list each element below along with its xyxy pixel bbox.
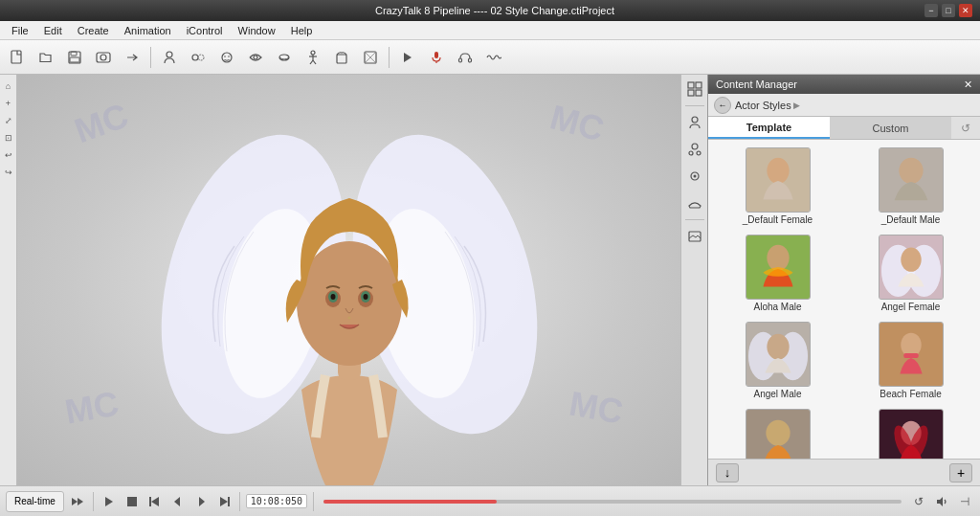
menu-help[interactable]: Help [283,23,321,38]
cm-label-angel-female: Angel Female [881,302,941,312]
bb-sep-3 [313,492,314,511]
add-object-button[interactable]: + [1,96,16,111]
svg-point-52 [767,158,789,184]
menu-icontrol[interactable]: iControl [179,23,231,38]
play-button[interactable] [100,492,119,511]
cm-bottom-bar: ↓ + [708,459,980,485]
svg-rect-25 [459,58,462,62]
redo-button[interactable]: ↪ [1,165,16,180]
menu-animation[interactable]: Animation [117,23,179,38]
stop-button[interactable] [122,492,142,511]
scene-view-button[interactable] [684,79,705,100]
back-icon: ← [719,101,727,110]
undo-button[interactable]: ↩ [1,147,16,163]
window-title: CrazyTalk 8 Pipeline ---- 02 Style Chang… [65,5,924,16]
window-controls: − □ ✕ [924,4,972,17]
headphone-button[interactable] [452,44,479,71]
cm-label-default-female: _Default Female [743,214,813,225]
cm-back-button[interactable]: ← [714,97,731,114]
face-button[interactable] [213,44,240,71]
cm-item-default-male[interactable]: _Default Male [847,146,974,227]
cm-item-aloha-male[interactable]: Aloha Male [714,233,841,314]
cm-path-arrow: ▶ [793,101,800,110]
cm-path: Actor Styles ▶ [735,100,800,111]
open-button[interactable] [33,44,59,71]
svg-point-69 [766,420,790,446]
timeline-bar[interactable] [323,500,902,504]
next-button[interactable] [214,492,234,511]
cm-item-angel-female[interactable]: Angel Female [847,233,974,314]
fx-button[interactable] [684,166,705,187]
character-svg [158,93,541,485]
cm-thumb-default-male [879,147,944,213]
cm-item-beach-female[interactable]: Beach Female [847,320,974,401]
cm-thumb-angel-female [879,235,944,300]
group-button[interactable] [684,139,705,160]
realtime-button[interactable]: Real-time [6,491,64,512]
timeline-progress [323,500,497,504]
home-button[interactable]: ⌂ [1,79,16,94]
image-plane-button[interactable] [684,226,705,247]
cm-download-button[interactable]: ↓ [716,463,739,482]
close-button[interactable]: ✕ [959,4,972,17]
cm-refresh-icon[interactable]: ↺ [961,122,970,135]
eye-button[interactable] [242,44,269,71]
svg-point-56 [767,245,789,271]
motion-button[interactable] [394,44,421,71]
cm-label-beach-female: Beach Female [880,389,941,399]
maximize-button[interactable]: □ [942,4,955,17]
tab-template[interactable]: Template [708,117,830,139]
content-manager: Content Manager ✕ ← Actor Styles ▶ Templ… [707,75,980,485]
save-button[interactable] [61,44,88,71]
screenshot-button[interactable] [90,44,117,71]
loop-button[interactable]: ↺ [909,492,928,511]
menu-edit[interactable]: Edit [36,23,70,38]
actor-button[interactable] [156,44,183,71]
cm-item-evil-female[interactable]: Evil Female [847,407,974,459]
step-fwd-button[interactable] [191,492,211,511]
mouth-button[interactable] [271,44,298,71]
svg-marker-85 [199,497,205,506]
bg-button[interactable] [357,44,384,71]
svg-rect-87 [228,497,230,506]
character [158,93,541,485]
svg-rect-67 [903,353,919,358]
content-manager-close-icon[interactable]: ✕ [964,79,972,91]
end-marker[interactable]: ⊣ [955,492,974,511]
minimize-button[interactable]: − [924,4,938,17]
morph-button[interactable] [185,44,212,71]
cm-thumb-beach-female [879,322,944,387]
cloth-button[interactable] [328,44,355,71]
cm-item-default-female[interactable]: _Default Female [714,146,841,227]
cm-path-label: Actor Styles [735,100,791,111]
cm-item-beach-male[interactable]: Beach Male [714,407,841,459]
speed-icon[interactable] [68,492,87,511]
menu-bar: File Edit Create Animation iControl Wind… [0,21,980,40]
actor-select-button[interactable] [684,112,705,133]
svg-point-11 [228,56,230,57]
hat-button[interactable] [684,192,705,213]
svg-point-47 [697,151,701,155]
cm-add-button[interactable]: + [949,463,972,482]
fit-button[interactable]: ⊡ [1,130,16,146]
svg-point-5 [100,55,106,60]
svg-point-6 [167,52,172,57]
step-back-button[interactable] [168,492,188,511]
mic-button[interactable] [423,44,450,71]
export-button[interactable] [119,44,145,71]
svg-point-60 [901,248,921,272]
volume-button[interactable] [932,492,951,511]
body-button[interactable] [300,44,326,71]
menu-window[interactable]: Window [231,23,283,38]
svg-marker-86 [220,497,228,506]
menu-create[interactable]: Create [70,23,117,38]
wave-button[interactable] [480,44,507,71]
svg-point-64 [767,334,789,360]
move-button[interactable]: ⤢ [1,113,16,128]
cm-thumb-evil-female [879,409,944,459]
cm-item-angel-male[interactable]: Angel Male [714,320,841,401]
new-button[interactable] [4,44,31,71]
menu-file[interactable]: File [4,23,36,38]
prev-button[interactable] [145,492,165,511]
tab-custom[interactable]: Custom [830,117,951,139]
